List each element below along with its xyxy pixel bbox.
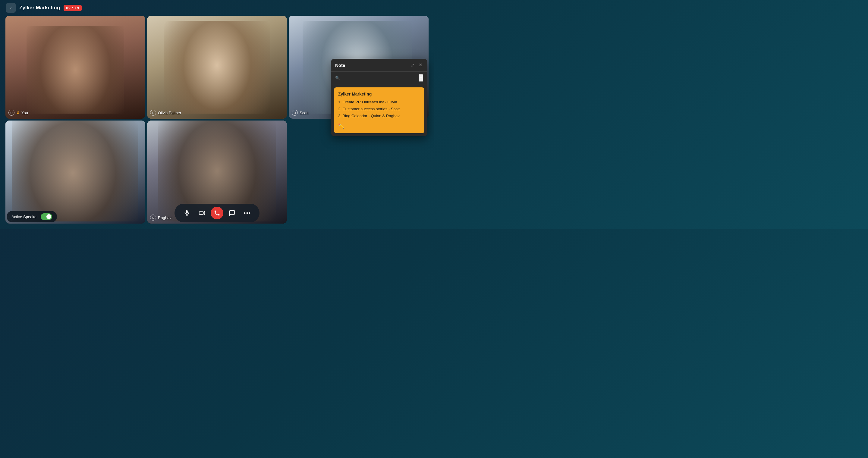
note-body: Zylker Marketing 1. Create PR Outreach l… [331,85,427,136]
active-speaker-toggle[interactable] [41,213,52,220]
header: ‹ Zylker Marketing 02 : 19 [0,0,434,16]
participant-name-scott: Scott [300,110,309,115]
video-cell-quinn: ⊙ Quinn Rivers [5,121,145,224]
note-edit-icon[interactable]: ✏️ [338,123,344,129]
person-overlay-olivia [164,21,270,113]
back-icon: ‹ [10,5,12,10]
more-svg-icon [244,212,250,214]
mic-icon-olivia: ⊙ [150,110,156,116]
svg-point-2 [244,212,246,214]
note-header-actions: ⤢ ✕ [410,62,423,68]
note-card-item-1: 1. Create PR Outreach list - Olivia [338,99,420,105]
end-call-svg-icon [214,210,220,216]
mic-icon-raghav: ⊙ [150,215,156,221]
video-cell-you: ⊙ ♛ You [5,16,145,119]
note-card-item-2: 2. Customer success stories - Scott [338,106,420,112]
search-icon: 🔍 [335,76,340,80]
meeting-title: Zylker Marketing [19,5,60,11]
person-overlay-you [27,26,124,113]
note-close-button[interactable]: ✕ [418,62,423,68]
participant-name-raghav: Raghav [158,216,172,220]
mic-icon-you: ⊙ [8,110,14,116]
end-call-button[interactable] [211,207,223,219]
active-speaker-label: Active Speaker [11,215,38,219]
svg-point-3 [247,212,248,214]
camera-button[interactable] [195,207,208,219]
chat-button[interactable] [226,207,239,219]
note-expand-button[interactable]: ⤢ [410,62,415,68]
svg-point-4 [249,212,250,214]
control-bar [175,204,259,222]
note-card-footer: ✏️ [338,123,420,129]
participant-label-scott: ⊙ Scott [292,110,309,116]
note-panel: Note ⤢ ✕ 🔍 + Zylker Marketing 1. Create … [331,59,427,136]
host-crown-icon: ♛ [16,110,20,115]
mic-svg-icon [184,210,190,216]
participant-label-you: ⊙ ♛ You [8,110,28,116]
camera-svg-icon [198,210,205,216]
meeting-timer: 02 : 19 [64,5,82,11]
note-add-button[interactable]: + [418,74,423,81]
participant-label-raghav: ⊙ Raghav [150,215,172,221]
note-card-title: Zylker Marketing [338,92,420,96]
mic-icon-scott: ⊙ [292,110,298,116]
more-button[interactable] [241,207,253,219]
svg-rect-0 [186,210,188,214]
svg-rect-1 [199,211,204,214]
back-button[interactable]: ‹ [6,3,16,13]
participant-label-olivia: ⊙ Olivia Palmer [150,110,181,116]
video-cell-olivia: ⊙ Olivia Palmer [147,16,287,119]
note-panel-header: Note ⤢ ✕ [331,59,427,72]
person-overlay-quinn [12,121,138,222]
note-search-row: 🔍 + [331,72,427,85]
active-speaker-bar: Active Speaker [7,211,57,222]
chat-svg-icon [229,210,236,216]
participant-name-you: You [22,110,28,115]
note-panel-title: Note [335,63,345,68]
note-card: Zylker Marketing 1. Create PR Outreach l… [334,87,424,133]
note-card-item-3: 3. Blog Calendar - Quinn & Raghav [338,113,420,119]
participant-name-olivia: Olivia Palmer [158,110,181,115]
mic-button[interactable] [181,207,193,219]
